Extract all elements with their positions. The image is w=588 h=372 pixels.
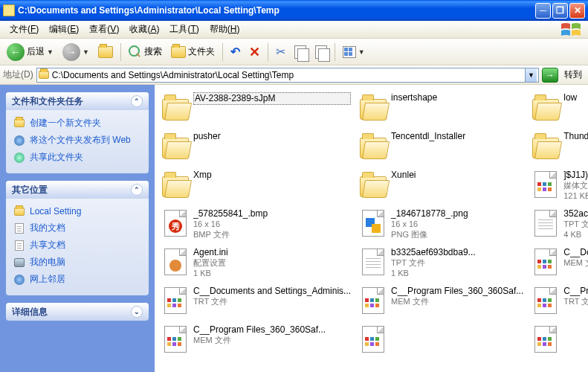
up-button[interactable] — [94, 42, 117, 62]
back-icon: ← — [7, 43, 25, 61]
link-label: 我的电脑 — [30, 256, 65, 269]
menu-a[interactable]: 收藏(A) — [124, 21, 164, 38]
chevron-up-icon: ⌃ — [131, 95, 143, 107]
views-button[interactable]: ▼ — [339, 42, 369, 62]
delete-icon: ✕ — [249, 44, 260, 60]
places-link-4[interactable]: 网上邻居 — [13, 271, 141, 288]
toolbar: ←后退▼ →▼ 搜索 文件夹 ↶ ✕ ✂ ▼ — [0, 39, 588, 65]
file-item[interactable]: Xunlei — [357, 168, 525, 204]
file-detail: TRT 文件 — [193, 297, 351, 307]
file-item[interactable]: low — [529, 91, 588, 126]
folders-icon — [171, 46, 186, 58]
address-input[interactable] — [52, 70, 525, 80]
file-item[interactable]: 352ac6bb9e8ddeaf...TPT 文件4 KB — [529, 207, 588, 243]
menu-v[interactable]: 查看(V) — [84, 21, 124, 38]
places-link-1[interactable]: 我的文档 — [13, 219, 141, 237]
doc-icon — [13, 240, 25, 251]
file-item[interactable]: C__Program Files_360_360Saf...MEM 文件 — [159, 323, 352, 359]
copy-button[interactable] — [291, 42, 310, 62]
search-button[interactable]: 搜索 — [125, 42, 166, 62]
tasks-panel-header[interactable]: 文件和文件夹任务⌃ — [6, 92, 149, 110]
file-icon — [534, 171, 557, 198]
delete-button[interactable]: ✕ — [245, 42, 264, 62]
address-dropdown[interactable]: ▼ — [525, 68, 537, 82]
file-item[interactable]: ]$J1J)USE$FV`XD5...媒体文件121 KB — [529, 168, 588, 204]
tasks-link-0[interactable]: 创建一个新文件夹 — [13, 115, 141, 132]
copy-icon — [294, 45, 306, 59]
link-label: Local Setting — [30, 206, 81, 217]
places-link-0[interactable]: Local Setting — [13, 203, 141, 219]
windows-logo-icon — [558, 22, 585, 37]
file-pane[interactable]: AV-2388-2389-sJpMinsertshapelowpusherTen… — [155, 85, 588, 372]
file-name: C__Program Files_360_360Saf... — [193, 324, 351, 336]
file-item[interactable]: pusher — [159, 129, 352, 165]
paste-button[interactable] — [311, 42, 331, 62]
file-name: C__Program Files_360_360Saf... — [563, 286, 588, 297]
close-button[interactable]: ✕ — [569, 3, 585, 19]
menu-h[interactable]: 帮助(H) — [204, 21, 245, 38]
file-item[interactable]: ThunderLiveUD — [529, 129, 588, 165]
folder-icon — [162, 176, 189, 197]
file-name: C__Documents and Settings_Adminis... — [193, 286, 351, 297]
folder-icon — [3, 4, 15, 16]
file-item[interactable]: b3325aef693bdba9...TPT 文件1 KB — [357, 246, 525, 281]
tasks-link-2[interactable]: 共享此文件夹 — [13, 149, 141, 166]
menu-t[interactable]: 工具(T) — [164, 21, 204, 38]
file-item[interactable]: C__Documents and Settings_Adminis...TRT … — [159, 284, 352, 320]
folder-icon — [162, 99, 189, 120]
back-button[interactable]: ←后退▼ — [3, 42, 57, 62]
tasks-link-1[interactable]: 将这个文件夹发布到 Web — [13, 132, 141, 149]
file-name: _1846718778_.png — [391, 208, 523, 219]
link-label: 共享此文件夹 — [30, 151, 83, 164]
folder-icon — [162, 138, 189, 158]
file-name: Xmp — [193, 170, 351, 181]
file-item[interactable]: C__Program Files_360_360Saf...TRT 文件 — [529, 284, 588, 320]
file-item[interactable]: Xmp — [159, 168, 352, 204]
menu-f[interactable]: 文件(F) — [4, 21, 44, 38]
cut-button[interactable]: ✂ — [272, 42, 289, 62]
paste-icon — [315, 45, 327, 59]
places-panel-header[interactable]: 其它位置⌃ — [6, 181, 149, 199]
places-link-3[interactable]: 我的电脑 — [13, 254, 141, 271]
places-link-2[interactable]: 共享文档 — [13, 237, 141, 254]
file-item[interactable]: Agent.ini配置设置1 KB — [159, 246, 352, 281]
address-folder-icon — [39, 71, 49, 79]
txt-icon — [534, 210, 557, 237]
address-box[interactable]: ▼ — [36, 68, 539, 83]
pc-icon — [13, 257, 25, 269]
file-icon — [534, 248, 557, 275]
file-item[interactable]: C__Documents and Settings_Adminis...MEM … — [529, 246, 588, 281]
minimize-button[interactable]: ─ — [535, 3, 551, 19]
file-item[interactable] — [529, 323, 588, 359]
newfolder-icon — [13, 118, 25, 129]
maximize-button[interactable]: ❐ — [552, 3, 568, 19]
file-item[interactable] — [357, 323, 525, 359]
details-panel-header[interactable]: 详细信息⌄ — [6, 303, 149, 321]
file-item[interactable]: AV-2388-2389-sJpM — [159, 91, 352, 126]
go-label: 转到 — [561, 68, 585, 81]
link-label: 共享文档 — [30, 239, 65, 251]
file-name: b3325aef693bdba9... — [391, 247, 523, 258]
bmp-icon: 秀 — [164, 210, 187, 237]
go-button[interactable]: → — [542, 68, 558, 83]
forward-button[interactable]: →▼ — [59, 42, 93, 62]
file-item[interactable]: _1846718778_.png16 x 16PNG 图像 — [357, 207, 525, 243]
png-icon — [362, 210, 384, 237]
file-item[interactable]: C__Program Files_360_360Saf...MEM 文件 — [357, 284, 525, 320]
scissors-icon: ✂ — [276, 45, 285, 59]
window-title: C:\Documents and Settings\Administrator\… — [18, 5, 535, 16]
file-item[interactable]: 秀_578255841_.bmp16 x 16BMP 文件 — [159, 207, 352, 243]
file-name: Xunlei — [391, 170, 523, 181]
link-label: 网上邻居 — [30, 273, 65, 286]
file-item[interactable]: insertshape — [357, 91, 525, 126]
file-icon — [164, 287, 187, 314]
undo-button[interactable]: ↶ — [227, 42, 244, 62]
link-label: 将这个文件夹发布到 Web — [30, 134, 131, 147]
folders-button[interactable]: 文件夹 — [167, 42, 219, 62]
tasks-panel: 文件和文件夹任务⌃ 创建一个新文件夹将这个文件夹发布到 Web共享此文件夹 — [6, 92, 149, 173]
globe-icon — [13, 274, 25, 286]
file-item[interactable]: Tencentdl_Installer — [357, 129, 525, 165]
menu-e[interactable]: 编辑(E) — [44, 21, 84, 38]
folder-icon — [360, 99, 387, 120]
file-name: low — [563, 92, 588, 103]
